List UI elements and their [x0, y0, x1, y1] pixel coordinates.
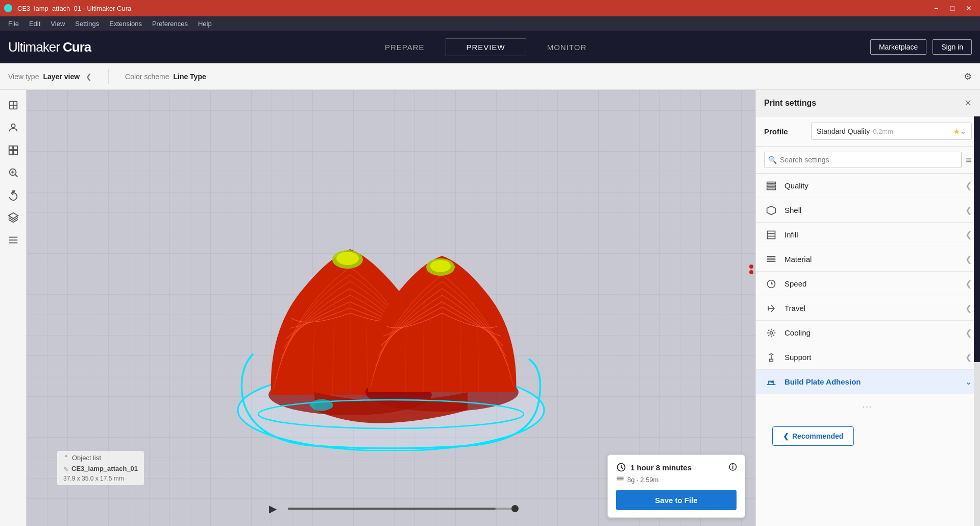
- tool-view2[interactable]: [4, 141, 22, 159]
- support-icon: [764, 350, 778, 365]
- section-support-label: Support: [785, 353, 965, 362]
- print-settings-header: Print settings ✕: [756, 90, 980, 116]
- section-buildplate[interactable]: Build Plate Adhesion ⌄: [756, 370, 980, 394]
- section-material-label: Material: [785, 255, 965, 264]
- minimize-button[interactable]: −: [929, 3, 943, 13]
- edit-icon: ✎: [63, 466, 68, 473]
- section-speed-label: Speed: [785, 279, 965, 288]
- cooling-icon: [764, 326, 778, 340]
- svg-rect-7: [13, 151, 17, 154]
- section-buildplate-label: Build Plate Adhesion: [785, 377, 965, 386]
- profile-version: 0.2mm: [873, 128, 893, 135]
- svg-rect-6: [9, 151, 12, 154]
- tool-layers[interactable]: [4, 208, 22, 227]
- section-cooling-arrow: ❮: [965, 328, 972, 338]
- section-infill[interactable]: Infill ❮: [756, 223, 980, 247]
- svg-rect-56: [770, 359, 773, 361]
- tab-monitor[interactable]: MONITOR: [526, 38, 608, 56]
- section-quality-label: Quality: [785, 181, 965, 190]
- section-material-arrow: ❮: [965, 254, 972, 264]
- section-shell[interactable]: Shell ❮: [756, 198, 980, 223]
- tool-view1[interactable]: [4, 118, 22, 137]
- section-travel-label: Travel: [785, 304, 965, 313]
- menu-help[interactable]: Help: [194, 19, 216, 29]
- section-material[interactable]: Material ❮: [756, 247, 980, 272]
- section-support-arrow: ❮: [965, 352, 972, 362]
- left-toolbar: [0, 90, 27, 526]
- svg-line-55: [768, 334, 769, 336]
- material-icon-est: [616, 475, 624, 484]
- layer-slider-thumb[interactable]: [511, 505, 519, 512]
- view-type-arrow[interactable]: ❮: [86, 73, 92, 81]
- marketplace-button[interactable]: Marketplace: [870, 39, 926, 55]
- section-support[interactable]: Support ❮: [756, 345, 980, 370]
- recommended-button[interactable]: ❮ Recommended: [772, 426, 854, 446]
- svg-marker-13: [8, 213, 17, 219]
- object-list-header: ⌃ Object list: [63, 454, 138, 462]
- tool-grid[interactable]: [4, 231, 22, 249]
- signin-button[interactable]: Sign in: [933, 39, 972, 55]
- section-cooling[interactable]: Cooling ❮: [756, 321, 980, 345]
- svg-point-25: [336, 252, 359, 265]
- print-settings-title: Print settings: [764, 99, 816, 108]
- menu-extensions[interactable]: Extensions: [105, 19, 146, 29]
- menu-edit[interactable]: Edit: [25, 19, 44, 29]
- travel-icon: [764, 301, 778, 316]
- section-shell-arrow: ❮: [965, 205, 972, 215]
- recommended-label: Recommended: [792, 432, 843, 440]
- svg-marker-12: [13, 191, 15, 193]
- 3d-object: [212, 165, 570, 451]
- speed-icon: [764, 277, 778, 291]
- chevron-left-icon: ❮: [783, 432, 789, 440]
- save-to-file-button[interactable]: Save to File: [616, 490, 737, 510]
- app-icon: [4, 4, 12, 12]
- search-menu-icon[interactable]: ≡: [966, 154, 972, 166]
- menu-file[interactable]: File: [4, 19, 23, 29]
- section-travel-arrow: ❮: [965, 303, 972, 313]
- recommended-container: ❮ Recommended: [756, 414, 980, 458]
- play-button[interactable]: ▶: [263, 499, 282, 518]
- shell-icon: [764, 203, 778, 218]
- ellipsis-row: …: [756, 394, 980, 414]
- profile-select[interactable]: Standard Quality 0.2mm ★ ⌄: [811, 123, 972, 140]
- tab-preview[interactable]: PREVIEW: [446, 38, 526, 56]
- svg-point-47: [770, 331, 773, 334]
- tab-prepare[interactable]: PREPARE: [364, 38, 446, 56]
- settings-scrollbar[interactable]: [974, 116, 980, 526]
- favorite-star-icon[interactable]: ★: [953, 127, 960, 136]
- svg-line-53: [773, 334, 774, 336]
- svg-line-54: [773, 330, 774, 331]
- layer-slider[interactable]: [288, 508, 519, 510]
- search-input[interactable]: [764, 152, 962, 168]
- section-quality[interactable]: Quality ❮: [756, 174, 980, 198]
- logo-bold: Cura: [60, 39, 91, 55]
- nav-tabs: PREPARE PREVIEW MONITOR: [109, 38, 862, 56]
- tool-zoom[interactable]: [4, 163, 22, 182]
- tool-rotate[interactable]: [4, 186, 22, 204]
- menu-preferences[interactable]: Preferences: [148, 19, 192, 29]
- search-icon: 🔍: [768, 156, 777, 164]
- section-travel[interactable]: Travel ❮: [756, 296, 980, 321]
- scroll-dot-top: [749, 265, 753, 269]
- scrollbar-thumb[interactable]: [974, 116, 980, 362]
- info-icon[interactable]: ⓘ: [729, 463, 737, 472]
- tool-home[interactable]: [4, 96, 22, 114]
- section-speed-arrow: ❮: [965, 279, 972, 289]
- svg-rect-36: [767, 185, 776, 186]
- maximize-button[interactable]: □: [945, 3, 960, 13]
- profile-dropdown-icon[interactable]: ⌄: [960, 127, 966, 135]
- viewbar-right: ⚙: [964, 71, 972, 82]
- menu-view[interactable]: View: [46, 19, 69, 29]
- print-settings-close[interactable]: ✕: [964, 98, 972, 109]
- clock-icon: [616, 462, 626, 472]
- section-buildplate-arrow: ⌄: [965, 377, 972, 387]
- color-scheme-label: Color scheme: [125, 73, 169, 81]
- estimate-time-row: 1 hour 8 minutes ⓘ: [616, 462, 737, 472]
- section-speed[interactable]: Speed ❮: [756, 272, 980, 296]
- menu-settings[interactable]: Settings: [71, 19, 103, 29]
- settings-icon[interactable]: ⚙: [964, 71, 972, 82]
- main-toolbar: Ultimaker Cura PREPARE PREVIEW MONITOR M…: [0, 31, 980, 63]
- color-scheme-value: Line Type: [173, 73, 206, 81]
- color-scheme-section: Color scheme Line Type: [125, 73, 206, 81]
- close-button[interactable]: ✕: [962, 3, 976, 13]
